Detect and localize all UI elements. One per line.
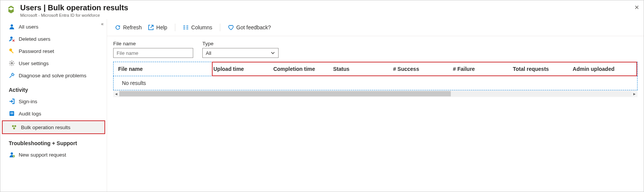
cmd-label: Refresh [123,24,142,30]
svg-point-17 [11,152,13,155]
col-header-uploadtime[interactable]: Upload time [213,66,273,72]
col-header-adminuploaded[interactable]: Admin uploaded [573,66,633,72]
col-header-status[interactable]: Status [333,66,393,72]
tools-icon [9,72,15,78]
table-body: No results [113,76,638,90]
sidebar-item-label: User settings [19,61,49,66]
bulk-icon [11,124,17,130]
horizontal-scrollbar[interactable]: ◄ ► [113,90,638,97]
sidebar-item-deleted-users[interactable]: Deleted users [0,33,107,45]
sidebar: « All users Deleted users Password reset [0,19,107,192]
sidebar-item-bulk-operation-results[interactable]: Bulk operation results [2,120,105,134]
columns-button[interactable]: Columns [181,23,214,32]
command-bar: Refresh Help Columns Got feedback? [107,19,644,36]
app-icon [6,5,16,14]
sidebar-item-user-settings[interactable]: User settings [0,57,107,69]
sidebar-item-label: Deleted users [19,36,50,42]
sidebar-item-label: Audit logs [19,111,41,117]
signin-icon [9,98,15,104]
close-icon[interactable]: × [634,3,639,11]
main-content: Refresh Help Columns Got feedback? [107,19,644,192]
sidebar-item-label: Password reset [19,48,54,54]
support-icon [9,152,15,158]
svg-point-4 [11,24,13,27]
type-select-value: All [206,50,211,56]
sidebar-item-all-users[interactable]: All users [0,21,107,33]
sidebar-item-label: Sign-ins [19,99,37,104]
no-results-text: No results [114,76,637,90]
sidebar-item-label: New support request [19,152,66,158]
gear-icon [9,60,15,66]
cmd-label: Columns [191,24,212,30]
svg-point-5 [10,37,13,39]
logs-icon [9,110,15,117]
sidebar-item-label: All users [19,24,38,30]
svg-marker-3 [11,9,14,13]
sidebar-item-sign-ins[interactable]: Sign-ins [0,95,107,107]
sidebar-item-label: Diagnose and solve problems [19,73,87,78]
filename-filter-label: File name [113,41,193,46]
refresh-icon [115,24,121,30]
svg-rect-12 [10,112,13,113]
help-button[interactable]: Help [146,23,169,32]
filename-input[interactable] [113,48,193,58]
page-title: Users | Bulk operation results [20,3,128,12]
col-header-success[interactable]: # Success [393,66,453,72]
scroll-right-icon[interactable]: ► [631,92,638,96]
col-header-completiontime[interactable]: Completion time [273,66,333,72]
scroll-left-icon[interactable]: ◄ [113,92,119,96]
separator [175,24,175,31]
feedback-button[interactable]: Got feedback? [226,23,272,32]
title-bar: Users | Bulk operation results Microsoft… [0,0,644,19]
svg-point-15 [14,125,16,127]
svg-point-10 [11,62,13,64]
collapse-sidebar-icon[interactable]: « [101,21,104,27]
results-table: File name Upload time Completion time St… [107,62,644,97]
key-icon [9,48,15,54]
svg-point-8 [10,49,12,51]
scroll-thumb[interactable] [119,91,451,96]
svg-rect-13 [10,114,13,114]
scroll-track[interactable] [119,91,631,96]
filter-bar: File name Type All [107,36,644,62]
col-header-failure[interactable]: # Failure [453,66,513,72]
cmd-label: Got feedback? [236,24,271,30]
user-deleted-icon [9,36,15,42]
sidebar-item-diagnose[interactable]: Diagnose and solve problems [0,69,107,82]
svg-point-16 [13,128,15,130]
separator [220,24,220,31]
cmd-label: Help [156,24,167,30]
window: Users | Bulk operation results Microsoft… [0,0,644,192]
svg-marker-2 [8,9,11,13]
svg-point-14 [12,125,14,127]
sidebar-item-label: Bulk operation results [21,125,70,130]
sidebar-item-audit-logs[interactable]: Audit logs [0,107,107,120]
sidebar-section-troubleshooting: Troubleshooting + Support [0,135,107,149]
col-header-totalrequests[interactable]: Total requests [513,66,573,72]
svg-marker-0 [8,6,11,9]
chevron-down-icon [271,51,275,55]
svg-marker-1 [11,6,14,9]
user-icon [9,24,15,30]
sidebar-item-password-reset[interactable]: Password reset [0,45,107,57]
type-select[interactable]: All [202,48,279,58]
svg-rect-9 [11,51,14,53]
type-filter-label: Type [202,41,279,46]
sidebar-item-support-request[interactable]: New support request [0,149,107,161]
table-header-row: File name Upload time Completion time St… [113,62,638,76]
col-header-filename[interactable]: File name [118,66,213,72]
sidebar-section-activity: Activity [0,82,107,95]
external-link-icon [148,24,154,30]
page-subtitle: Microsoft - Microsoft Entra ID for workf… [20,13,128,18]
columns-icon [183,24,189,30]
refresh-button[interactable]: Refresh [113,23,143,32]
heart-icon [228,24,234,30]
